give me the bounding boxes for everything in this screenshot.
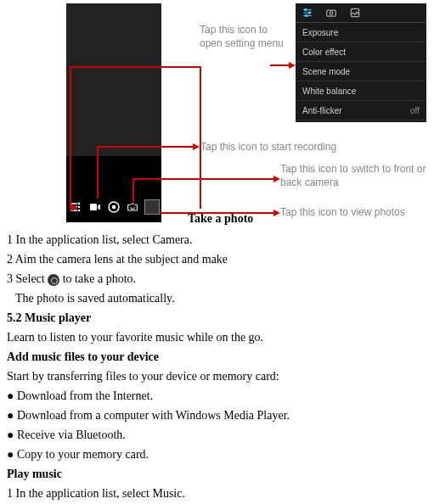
sliders-icon [301,6,314,20]
settings-row-label: Anti-flicker [302,106,342,115]
svg-point-10 [330,12,333,14]
bullet: ● Download from the Internet. [7,387,427,405]
settings-row-exposure[interactable]: Exposure [296,23,426,42]
callout-switch: Tap this icon to switch to front or back… [280,163,433,189]
settings-row-value: off [410,106,420,115]
settings-row-label: Color effect [302,48,346,57]
settings-row-anti-flicker[interactable]: Anti-flickeroff [296,101,426,120]
camera-diagram: Exposure Color effect Scene mode White b… [0,0,434,229]
svg-point-0 [78,203,81,205]
phone-screenshot [66,3,161,222]
step: 2 Aim the camera lens at the subject and… [7,250,427,268]
callout-record: Tap this icon to start recording [200,141,336,154]
callout-settings: Tap this icon to open setting menu [200,24,285,50]
svg-rect-3 [90,204,97,210]
svg-point-1 [78,206,81,209]
gallery-icon[interactable] [144,199,160,215]
svg-point-7 [308,12,310,14]
section-heading: Add music files to your device [7,348,427,366]
settings-row-white-balance[interactable]: White balance [296,81,426,101]
body-text: 1 In the application list, select Camera… [0,231,434,502]
settings-row-scene-mode[interactable]: Scene mode [296,62,426,81]
paragraph: Start by transferring files to your devi… [7,367,427,385]
image-icon [348,6,362,20]
camera-icon [324,6,338,20]
svg-point-2 [78,210,81,212]
note: The photo is saved automatically. [15,289,427,307]
settings-row-label: Exposure [302,28,338,37]
step: 3 Select to take a photo. [7,270,427,288]
section-heading: 5.2 Music player [7,309,427,327]
svg-point-6 [305,8,307,10]
bullet: ● Copy to your memory card. [7,445,427,463]
bullet: ● Download from a computer with Windows … [7,406,427,424]
shutter-inline-icon [48,274,59,286]
callout-gallery: Tap this icon to view photos [280,206,405,220]
step: 1 In the application list, select Camera… [7,231,427,249]
bullet: ● Receive via Bluetooth. [7,426,427,444]
camera-toolbar [66,192,161,222]
svg-point-5 [112,205,116,210]
record-icon[interactable] [87,199,103,215]
paragraph: Learn to listen to your favorite music w… [7,328,427,346]
svg-point-8 [306,14,307,16]
shutter-icon[interactable] [106,199,121,215]
figure-caption: Take a photo [188,212,253,226]
settings-panel-header [296,3,426,23]
settings-row-label: White balance [302,87,356,96]
section-heading: Play music [7,465,427,483]
settings-row-color-effect[interactable]: Color effect [296,42,426,62]
settings-panel-screenshot: Exposure Color effect Scene mode White b… [296,3,426,122]
svg-rect-9 [327,10,336,16]
step: 1 In the application list, select Music. [7,484,427,502]
settings-row-label: Scene mode [302,67,350,76]
